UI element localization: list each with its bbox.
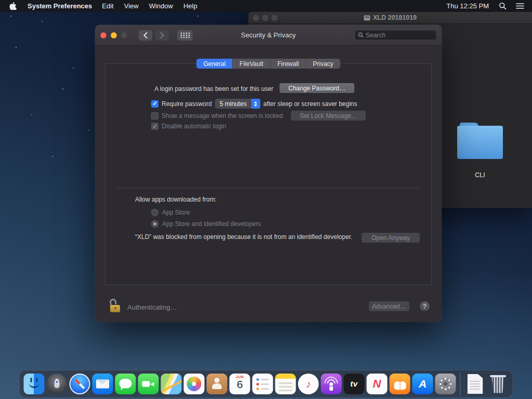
dock-item-calendar[interactable]: JUN 6 (229, 373, 251, 395)
disk-icon (364, 15, 370, 21)
search-input[interactable] (366, 32, 433, 39)
identified-developers-radio-label: App Store and identified developers (162, 220, 261, 228)
menu-clock[interactable]: Thu 12:25 PM (441, 2, 494, 10)
app-store-radio[interactable] (151, 209, 158, 216)
menu-help[interactable]: Help (178, 2, 203, 10)
dock-item-mail[interactable] (92, 373, 114, 395)
dock-item-messages[interactable] (115, 373, 137, 395)
calendar-icon: JUN 6 (230, 374, 250, 394)
launchpad-icon (47, 374, 68, 394)
chevron-right-icon (160, 32, 164, 38)
mail-icon (92, 374, 113, 394)
itunes-icon (298, 374, 319, 394)
set-lock-message-button[interactable]: Set Lock Message… (291, 111, 366, 121)
finder-window-titlebar: XLD 20181019 (248, 12, 532, 24)
photos-icon (184, 374, 205, 394)
dock-item-reminders[interactable] (252, 373, 274, 395)
allow-apps-label: Allow apps downloaded from: (135, 196, 217, 203)
open-anyway-button[interactable]: Open Anyway (362, 233, 420, 243)
document-icon (465, 374, 486, 394)
app-menu-title[interactable]: System Preferences (23, 2, 97, 10)
require-password-interval-dropdown[interactable]: 5 minutes (215, 99, 260, 109)
authentication-status: Authenticating… (127, 303, 177, 311)
dock-item-app-store[interactable] (412, 373, 434, 395)
forward-button[interactable] (155, 30, 169, 41)
show-all-button[interactable] (177, 30, 193, 41)
books-icon (390, 374, 410, 394)
finder-window-title: XLD 20181019 (248, 14, 532, 21)
maps-icon (161, 374, 182, 394)
app-store-radio-label: App Store (162, 209, 190, 216)
lock-icon-unlocked[interactable] (110, 299, 122, 313)
minimize-button-inactive[interactable] (262, 15, 268, 21)
system-preferences-icon (435, 374, 456, 394)
spotlight-search-icon[interactable] (494, 2, 511, 10)
finder-window-title-text: XLD 20181019 (373, 14, 417, 21)
window-toolbar: Security & Privacy (95, 25, 442, 46)
news-icon (367, 374, 388, 394)
dock-item-podcasts[interactable] (321, 373, 342, 395)
folder-label-cli[interactable]: CLI (457, 171, 503, 179)
disable-auto-login-label: Disable automatic login (162, 123, 226, 130)
tab-firewall[interactable]: Firewall (271, 59, 306, 69)
help-button[interactable]: ? (420, 301, 430, 311)
show-message-checkbox[interactable] (151, 112, 158, 119)
folder-icon-cli[interactable] (457, 123, 503, 159)
password-set-text: A login password has been set for this u… (105, 85, 273, 92)
notes-icon (275, 374, 296, 394)
minimize-button[interactable] (111, 32, 117, 38)
close-button[interactable] (100, 32, 107, 38)
close-button-inactive[interactable] (253, 15, 259, 21)
back-button[interactable] (139, 30, 152, 41)
menu-window[interactable]: Window (144, 2, 178, 10)
identified-developers-radio[interactable] (151, 220, 158, 228)
calendar-day: 6 (230, 378, 250, 391)
tab-privacy[interactable]: Privacy (306, 59, 340, 69)
change-password-button[interactable]: Change Password… (280, 83, 354, 93)
tab-filevault[interactable]: FileVault (233, 59, 271, 69)
security-privacy-window: Security & Privacy General FileVault Fir… (95, 25, 442, 322)
tv-icon (344, 374, 365, 394)
dock-item-notes[interactable] (275, 373, 297, 395)
tab-general[interactable]: General (196, 59, 233, 69)
general-tab-panel: A login password has been set for this u… (105, 63, 432, 285)
podcasts-icon (321, 374, 342, 394)
disable-auto-login-row: Disable automatic login (151, 123, 226, 130)
disable-auto-login-checkbox[interactable] (151, 123, 158, 130)
dock-item-books[interactable] (389, 373, 411, 395)
dock: JUN 6 (19, 370, 513, 398)
app-store-radio-row: App Store (151, 209, 190, 216)
dock-item-itunes[interactable] (298, 373, 320, 395)
dock-item-safari[interactable] (69, 373, 91, 395)
dock-item-maps[interactable] (161, 373, 182, 395)
search-icon (358, 32, 364, 38)
dock-item-photos[interactable] (183, 373, 205, 395)
dock-item-trash[interactable] (487, 373, 509, 395)
menu-edit[interactable]: Edit (97, 2, 118, 10)
reminders-icon (252, 374, 273, 394)
interval-value: 5 minutes (215, 99, 251, 109)
dock-item-system-preferences[interactable] (435, 373, 457, 395)
search-field[interactable] (355, 30, 436, 40)
messages-icon (115, 374, 136, 394)
zoom-button-inactive[interactable] (272, 15, 277, 21)
dock-item-tv[interactable] (343, 373, 365, 395)
zoom-button-disabled[interactable] (121, 32, 127, 38)
menu-view[interactable]: View (119, 2, 144, 10)
require-password-checkbox[interactable] (151, 100, 158, 108)
dock-item-launchpad[interactable] (46, 373, 68, 395)
apple-menu[interactable] (3, 2, 23, 10)
safari-icon (70, 374, 90, 394)
show-message-label: Show a message when the screen is locked (162, 112, 283, 119)
menu-bar: System Preferences Edit View Window Help… (0, 0, 532, 12)
dock-item-document[interactable] (464, 373, 486, 395)
chevron-left-icon (143, 32, 148, 38)
advanced-button[interactable]: Advanced… (369, 301, 409, 311)
apple-logo-icon (9, 2, 17, 10)
notification-center-icon[interactable] (511, 3, 529, 9)
dock-item-finder[interactable] (23, 373, 45, 395)
dock-item-facetime[interactable] (138, 373, 159, 395)
dock-item-news[interactable] (366, 373, 388, 395)
dock-item-contacts[interactable] (206, 373, 228, 395)
identified-developers-radio-row: App Store and identified developers (151, 220, 261, 228)
